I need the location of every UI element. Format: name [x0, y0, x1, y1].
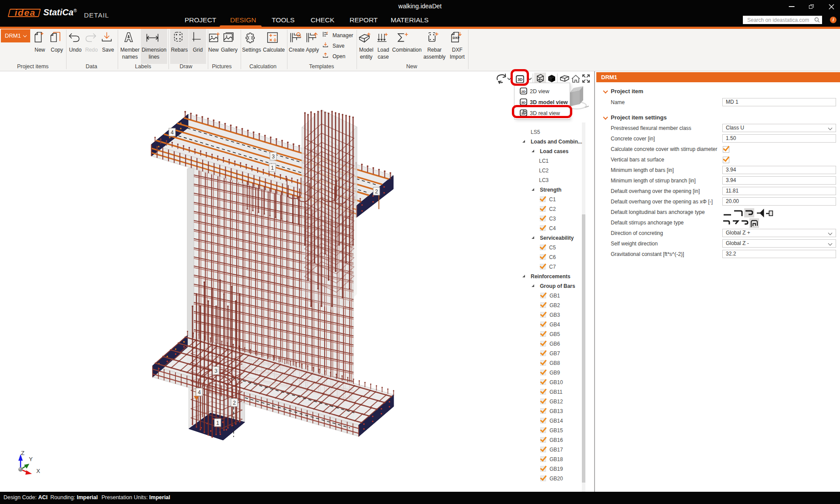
svg-text:4: 4	[198, 389, 201, 396]
svg-text:4: 4	[171, 130, 174, 136]
svg-text:Y: Y	[29, 456, 33, 462]
svg-text:3D: 3D	[521, 101, 525, 105]
svg-text:1: 1	[271, 165, 274, 171]
svg-text:1: 1	[216, 420, 219, 426]
svg-text:3: 3	[214, 368, 217, 374]
svg-text:DXF: DXF	[453, 36, 460, 40]
svg-text:2D: 2D	[521, 90, 525, 94]
svg-text:3: 3	[272, 154, 275, 160]
svg-text:Z: Z	[21, 450, 24, 456]
svg-text:2: 2	[375, 189, 378, 195]
svg-text:2: 2	[233, 400, 236, 406]
svg-text:X: X	[36, 468, 40, 474]
